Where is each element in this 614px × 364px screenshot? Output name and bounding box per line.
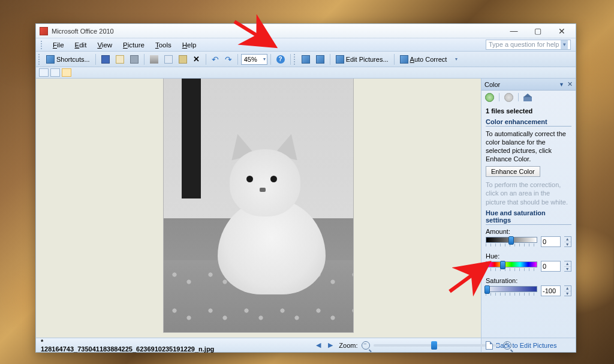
help-icon: ? xyxy=(276,55,285,64)
window-title: Microsoft Office 2010 xyxy=(52,28,114,35)
view-filmstrip-button[interactable] xyxy=(50,68,60,77)
menu-edit[interactable]: Edit xyxy=(70,40,92,50)
saturation-slider-thumb[interactable] xyxy=(484,285,490,294)
taskpane-title: Color xyxy=(484,81,559,88)
zoom-slider-thumb[interactable] xyxy=(431,341,437,350)
redo-button[interactable]: ↷ xyxy=(222,53,234,65)
help-button[interactable]: ? xyxy=(274,53,287,65)
picture-canvas[interactable] xyxy=(36,79,481,338)
toolbar-grip[interactable] xyxy=(38,54,41,65)
delete-icon: ✕ xyxy=(193,56,200,63)
shortcuts-icon xyxy=(46,55,55,64)
toolbar-grip[interactable] xyxy=(41,41,44,49)
nav-back-button[interactable] xyxy=(485,93,494,102)
zoom-value: 45% xyxy=(244,56,257,63)
enhance-color-button[interactable]: Enhance Color xyxy=(486,166,540,177)
redo-icon: ↷ xyxy=(225,56,232,63)
prev-picture-button[interactable]: ◀ xyxy=(316,341,321,349)
delete-button[interactable]: ✕ xyxy=(191,53,203,65)
save-icon xyxy=(101,55,110,64)
standard-toolbar: Shortcuts... ✕ ↶ ↷ 45% ▾ ? Edit Pictures… xyxy=(36,52,576,67)
zoom-in-button[interactable] xyxy=(503,341,511,350)
hue-label: Hue: xyxy=(486,252,571,260)
chevron-down-icon[interactable]: ▾ xyxy=(263,56,266,62)
view-single-button[interactable] xyxy=(62,68,71,77)
saturation-spinner[interactable]: ▲▼ xyxy=(564,285,571,296)
menu-tools[interactable]: Tools xyxy=(150,40,177,50)
view-thumbnail-button[interactable] xyxy=(39,68,49,77)
rotate-left-icon xyxy=(302,55,310,64)
zoom-out-button[interactable] xyxy=(362,341,370,350)
minimize-button[interactable]: — xyxy=(507,27,520,35)
undo-icon: ↶ xyxy=(212,56,219,63)
copy-button[interactable] xyxy=(162,53,175,65)
help-placeholder: Type a question for help xyxy=(489,40,559,49)
mail-button[interactable] xyxy=(113,53,127,65)
taskpane-color: Color ▼ ✕ 1 files selected Color enhance… xyxy=(481,79,576,352)
view-toolbar xyxy=(36,67,576,79)
rotate-left-button[interactable] xyxy=(299,53,312,65)
statusbar: * 128164743_735041183884225_623691023519… xyxy=(36,338,481,352)
filename-label: * 128164743_735041183884225_623691023519… xyxy=(41,338,214,353)
menubar: File Edit View Picture Tools Help Type a… xyxy=(36,38,576,52)
zoom-slider[interactable] xyxy=(374,344,499,347)
hue-spinner[interactable]: ▲▼ xyxy=(564,261,571,272)
menu-help[interactable]: Help xyxy=(177,40,202,50)
zoom-label: Zoom: xyxy=(339,342,357,349)
edit-pictures-label: Edit Pictures... xyxy=(346,56,389,63)
section-color-enhancement: Color enhancement xyxy=(486,118,571,127)
saturation-label: Saturation: xyxy=(486,277,571,284)
color-enhancement-desc: To automatically correct the color balan… xyxy=(486,130,571,163)
amount-input[interactable]: 0 xyxy=(541,236,561,247)
picture-preview xyxy=(164,79,353,332)
amount-spinner[interactable]: ▲▼ xyxy=(564,236,571,247)
app-icon xyxy=(40,27,48,35)
hue-input[interactable]: 0 xyxy=(541,261,561,272)
undo-button[interactable]: ↶ xyxy=(209,53,221,65)
hue-slider[interactable] xyxy=(486,261,537,267)
chevron-down-icon: ▾ xyxy=(455,56,458,62)
enhance-hint: To perform the correction, click on an a… xyxy=(486,181,571,206)
print-button[interactable] xyxy=(128,53,141,65)
maximize-button[interactable]: ▢ xyxy=(531,27,544,35)
copy-icon xyxy=(164,55,173,64)
nav-forward-button[interactable] xyxy=(504,93,513,102)
edit-pictures-button[interactable]: Edit Pictures... xyxy=(333,53,391,65)
nav-home-button[interactable] xyxy=(523,94,532,101)
auto-correct-icon xyxy=(400,55,408,64)
auto-correct-label: Auto Correct xyxy=(410,56,447,63)
titlebar: Microsoft Office 2010 — ▢ ✕ xyxy=(36,24,576,38)
amount-slider[interactable] xyxy=(486,237,537,243)
mail-icon xyxy=(116,55,124,64)
shortcuts-button[interactable]: Shortcuts... xyxy=(44,53,92,65)
cut-button[interactable] xyxy=(148,53,161,65)
auto-correct-button[interactable]: Auto Correct xyxy=(398,53,450,65)
paste-icon xyxy=(179,55,187,64)
edit-pictures-icon xyxy=(336,55,344,64)
print-icon xyxy=(130,55,139,64)
document-icon xyxy=(486,341,493,350)
menu-view[interactable]: View xyxy=(92,40,118,50)
toolbar-grip[interactable] xyxy=(294,54,297,65)
help-search-box[interactable]: Type a question for help ▾ xyxy=(486,40,571,50)
shortcuts-label: Shortcuts... xyxy=(56,56,90,63)
menu-file[interactable]: File xyxy=(47,40,70,50)
save-button[interactable] xyxy=(99,53,112,65)
next-picture-button[interactable]: ▶ xyxy=(328,341,333,349)
rotate-right-button[interactable] xyxy=(314,53,327,65)
taskpane-menu-button[interactable]: ▼ xyxy=(559,82,564,88)
amount-label: Amount: xyxy=(486,228,571,235)
app-window: Microsoft Office 2010 — ▢ ✕ File Edit Vi… xyxy=(35,23,576,353)
zoom-combo[interactable]: 45% ▾ xyxy=(241,54,267,65)
hue-slider-thumb[interactable] xyxy=(500,261,505,269)
close-button[interactable]: ✕ xyxy=(555,27,568,35)
paste-button[interactable] xyxy=(176,53,189,65)
auto-correct-dropdown[interactable]: ▾ xyxy=(450,53,462,65)
chevron-down-icon[interactable]: ▾ xyxy=(561,40,568,49)
taskpane-close-button[interactable]: ✕ xyxy=(567,80,573,88)
cut-icon xyxy=(150,55,158,64)
saturation-slider[interactable] xyxy=(486,286,537,292)
saturation-input[interactable]: -100 xyxy=(541,285,561,296)
menu-picture[interactable]: Picture xyxy=(118,40,150,50)
amount-slider-thumb[interactable] xyxy=(508,236,514,245)
